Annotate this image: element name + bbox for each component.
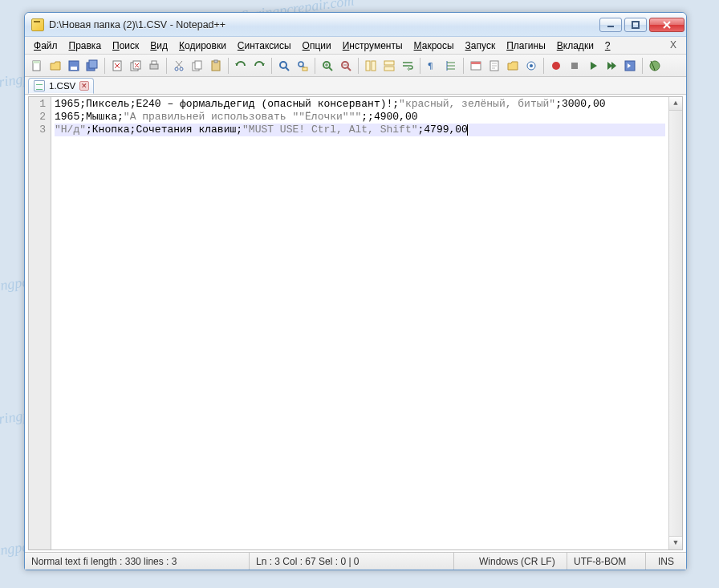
- save-icon[interactable]: [65, 57, 83, 75]
- maximize-button[interactable]: [624, 18, 647, 32]
- status-filetype-length: Normal text fi length : 330 lines : 3: [25, 553, 250, 570]
- app-window: D:\Новая папка (2)\1.CSV - Notepad++ Фай…: [24, 12, 687, 570]
- code-line[interactable]: 1965;Мышка;"А правильней использовать ""…: [55, 111, 665, 124]
- tabbar: 1.CSV ✕: [25, 77, 686, 95]
- find-icon[interactable]: [275, 57, 293, 75]
- svg-line-33: [329, 67, 332, 71]
- line-number: 3: [32, 124, 46, 136]
- doc-map-icon[interactable]: [485, 57, 503, 75]
- save-macro-icon[interactable]: [621, 57, 639, 75]
- indent-guide-icon[interactable]: [442, 57, 460, 75]
- folder-icon[interactable]: [504, 57, 522, 75]
- lang-pref-icon[interactable]: [467, 57, 485, 75]
- cut-icon[interactable]: [170, 57, 188, 75]
- tab-label: 1.CSV: [49, 81, 75, 91]
- svg-rect-18: [152, 61, 156, 64]
- copy-icon[interactable]: [189, 57, 206, 75]
- toolbar-separator: [228, 58, 229, 74]
- paste-icon[interactable]: [207, 57, 225, 75]
- line-gutter: 123: [29, 97, 51, 549]
- svg-rect-24: [195, 61, 201, 69]
- menu-language[interactable]: Синтаксисы: [232, 37, 297, 54]
- open-file-icon[interactable]: [47, 57, 64, 75]
- close-icon[interactable]: [108, 57, 126, 75]
- menu-file[interactable]: Файл: [28, 37, 63, 54]
- play-multi-icon[interactable]: [603, 57, 620, 75]
- vertical-scrollbar[interactable]: ▲ ▼: [668, 97, 682, 549]
- svg-point-27: [280, 62, 286, 68]
- undo-icon[interactable]: [232, 57, 250, 75]
- titlebar[interactable]: D:\Новая папка (2)\1.CSV - Notepad++: [25, 13, 686, 37]
- play-macro-icon[interactable]: [584, 57, 602, 75]
- menu-view[interactable]: Вид: [144, 37, 173, 54]
- menu-run[interactable]: Запуск: [460, 37, 502, 54]
- status-mode[interactable]: INS: [646, 553, 686, 570]
- menu-encoding[interactable]: Кодировки: [173, 37, 232, 54]
- tab-1csv[interactable]: 1.CSV ✕: [28, 78, 94, 94]
- toolbar-separator: [104, 58, 105, 74]
- svg-line-28: [286, 67, 289, 71]
- scroll-up-icon[interactable]: ▲: [669, 97, 682, 111]
- menu-help[interactable]: ?: [599, 37, 616, 54]
- menubar: Файл Правка Поиск Вид Кодировки Синтакси…: [25, 37, 686, 55]
- svg-rect-57: [571, 63, 578, 69]
- spellcheck-icon[interactable]: [646, 57, 664, 75]
- scroll-down-icon[interactable]: ▼: [669, 536, 682, 549]
- svg-rect-39: [366, 61, 370, 71]
- menu-window[interactable]: Вкладки: [551, 37, 599, 54]
- zoom-in-icon[interactable]: [319, 57, 336, 75]
- stop-macro-icon[interactable]: [566, 57, 583, 75]
- svg-rect-1: [632, 22, 639, 28]
- svg-line-22: [176, 61, 181, 67]
- toolbar-separator: [358, 58, 359, 74]
- menu-edit[interactable]: Правка: [63, 37, 108, 54]
- file-icon: [34, 80, 45, 91]
- code-area[interactable]: 1965;Пиксель;E240 – формальдегид (опасны…: [51, 97, 668, 549]
- menu-settings[interactable]: Опции: [297, 37, 337, 54]
- editor[interactable]: 123 1965;Пиксель;E240 – формальдегид (оп…: [28, 96, 683, 550]
- redo-icon[interactable]: [250, 57, 268, 75]
- new-file-icon[interactable]: [28, 57, 46, 75]
- toolbar-separator: [543, 58, 544, 74]
- close-button[interactable]: [649, 18, 684, 32]
- minimize-button[interactable]: [599, 18, 622, 32]
- toolbar-separator: [463, 58, 464, 74]
- code-line[interactable]: "Н/д";Кнопка;Сочетания клавиш;"MUST USE!…: [55, 124, 665, 136]
- print-icon[interactable]: [145, 57, 163, 75]
- close-all-icon[interactable]: [127, 57, 144, 75]
- app-icon: [31, 18, 44, 31]
- svg-line-37: [347, 67, 351, 71]
- save-all-icon[interactable]: [83, 57, 101, 75]
- monitor-icon[interactable]: [522, 57, 540, 75]
- menu-close-x[interactable]: X: [664, 37, 683, 54]
- svg-rect-41: [384, 61, 394, 65]
- sync-v-icon[interactable]: [362, 57, 380, 75]
- record-macro-icon[interactable]: [547, 57, 565, 75]
- svg-rect-5: [33, 61, 40, 63]
- show-all-chars-icon[interactable]: ¶: [424, 57, 441, 75]
- toolbar-separator: [166, 58, 167, 74]
- text-cursor: [467, 124, 468, 136]
- svg-rect-26: [214, 60, 217, 63]
- tab-close-icon[interactable]: ✕: [79, 81, 89, 91]
- status-eol[interactable]: Windows (CR LF): [473, 553, 567, 570]
- status-position: Ln : 3 Col : 67 Sel : 0 | 0: [250, 553, 454, 570]
- replace-icon[interactable]: [294, 57, 311, 75]
- svg-point-56: [552, 62, 560, 70]
- menu-tools[interactable]: Инструменты: [337, 37, 408, 54]
- svg-rect-40: [372, 61, 376, 71]
- status-encoding[interactable]: UTF-8-BOM: [567, 553, 646, 570]
- code-line[interactable]: 1965;Пиксель;E240 – формальдегид (опасны…: [55, 98, 665, 111]
- menu-search[interactable]: Поиск: [107, 37, 144, 54]
- svg-point-19: [175, 67, 178, 71]
- menu-macro[interactable]: Макросы: [408, 37, 460, 54]
- svg-rect-49: [471, 62, 481, 64]
- zoom-out-icon[interactable]: [337, 57, 355, 75]
- menu-plugins[interactable]: Плагины: [501, 37, 551, 54]
- sync-h-icon[interactable]: [380, 57, 398, 75]
- wrap-icon[interactable]: [399, 57, 416, 75]
- line-number: 2: [32, 111, 46, 124]
- svg-text:¶: ¶: [428, 61, 433, 71]
- svg-rect-42: [384, 67, 394, 71]
- toolbar-separator: [315, 58, 315, 74]
